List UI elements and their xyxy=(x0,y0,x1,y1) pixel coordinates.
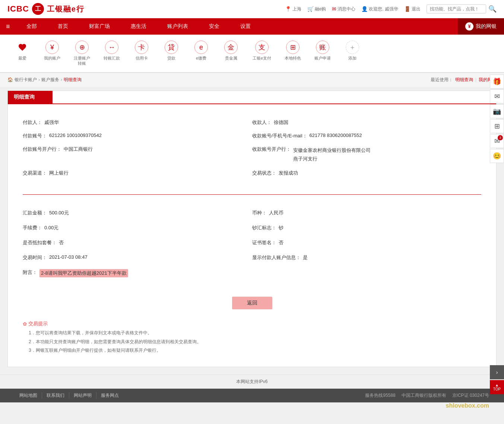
tips-title: ✿ 交易提示 xyxy=(23,321,481,327)
channel-label: 交易渠道： xyxy=(23,170,47,176)
quick-item-loan[interactable]: 貸 贷款 xyxy=(156,38,186,63)
payer-payee-row: 付款人： 戚强华 收款人： 徐德国 xyxy=(23,119,481,126)
sidebar-msg-btn[interactable]: ✉ 3 xyxy=(490,134,504,148)
quick-item-local[interactable]: ⊞ 本地特色 xyxy=(278,38,308,63)
sidebar-gift-btn[interactable]: 🎁 xyxy=(490,74,504,89)
quick-item-gold[interactable]: 金 贵金属 xyxy=(216,38,246,63)
quick-register-label: 注册账户转账 xyxy=(74,55,90,66)
search-button[interactable]: 🔍 xyxy=(488,5,497,13)
quick-item-register[interactable]: ⊕ 注册账户转账 xyxy=(67,38,97,68)
sidebar-camera-btn[interactable]: 📷 xyxy=(490,104,504,118)
cart-item[interactable]: 🛒 融e购 xyxy=(307,6,326,12)
nav-item-settings[interactable]: 设置 xyxy=(230,18,261,35)
nav-item-accounts[interactable]: 账户列表 xyxy=(157,18,199,35)
banks-row: 付款账号开户行： 中国工商银行 收款账号开户行： 安徽金寨农村商业银行股份有限公… xyxy=(23,146,481,163)
recent-link-detail[interactable]: 明细查询 xyxy=(455,77,473,83)
quick-item-fav[interactable]: 最爱 xyxy=(7,38,37,63)
nav-item-all[interactable]: 全部 xyxy=(16,18,47,35)
quick-item-apply[interactable]: 账 账户申请 xyxy=(308,38,337,63)
payee-account-value: 621778 8306200087552 xyxy=(310,133,362,138)
location-item[interactable]: 📍 上海 xyxy=(285,6,301,12)
remark-label: 附言： xyxy=(23,269,37,276)
footer-ipv6: 本网站支持IPv6 xyxy=(0,374,504,389)
detail-content: 付款人： 戚强华 收款人： 徐德国 付款账号： 621226 100100937… xyxy=(8,104,496,367)
nav-item-mybank[interactable]: ¥ 我的网银 xyxy=(458,18,504,35)
main-nav: ≡ 全部 首页 财富广场 惠生活 账户列表 安全 设置 ¥ 我的网银 xyxy=(0,18,504,35)
payee-label: 收款人： xyxy=(252,119,272,126)
channel-value: 网上银行 xyxy=(49,170,69,176)
scroll-top-btn[interactable]: ▲ TOP xyxy=(490,380,504,394)
nav-menu-icon[interactable]: ≡ xyxy=(0,23,16,31)
msg-item[interactable]: ✉ 消息中心 xyxy=(332,6,355,12)
payment-icon: 支 xyxy=(255,41,269,54)
quick-item-epay[interactable]: e e缴费 xyxy=(186,38,216,63)
exit-item[interactable]: 🚪 退出 xyxy=(404,6,421,12)
remark-row: 附言： 2-8请叫我甲乙资助你超越2021下半年款 xyxy=(23,269,481,277)
add-icon: ＋ xyxy=(346,41,359,54)
cert-label: 证书签名： xyxy=(252,239,276,246)
user-item[interactable]: 👤 欢迎您, 戚强华 xyxy=(361,6,398,12)
payer-account-label: 付款账号： xyxy=(23,133,47,139)
recent-use: 最近使用： 明细查询 | 我的网银 xyxy=(431,77,497,83)
logo-circle: 工 xyxy=(32,3,44,15)
remark-col: 附言： 2-8请叫我甲乙资助你超越2021下半年款 xyxy=(23,269,252,277)
nav-item-security[interactable]: 安全 xyxy=(199,18,230,35)
footer-icp: 京ICP证 030247号 xyxy=(452,392,489,399)
right-sidebar: 🎁 ✉ 📷 ⊞ ✉ 3 😊 xyxy=(490,74,504,163)
footer-link-disclaimer[interactable]: 网站声明 xyxy=(69,392,96,399)
card-header-bar: 明细查询 xyxy=(8,91,496,104)
channel-status-row: 交易渠道： 网上银行 交易状态： 发报成功 xyxy=(23,170,481,176)
breadcrumb-link-bank[interactable]: 银行卡账户 xyxy=(15,77,37,83)
deduct-label: 是否抵扣套餐： xyxy=(23,239,57,246)
sidebar-scan-btn[interactable]: ⊞ xyxy=(490,119,504,133)
breadcrumb-link-service[interactable]: 账户服务 xyxy=(41,77,59,83)
mybank-label: 我的网银 xyxy=(476,23,497,30)
footer-top-buttons: › ▲ TOP xyxy=(490,365,504,394)
quick-item-transfer[interactable]: ↔ 转账汇款 xyxy=(97,38,127,63)
header: ICBC 工 工银融e行 📍 上海 🛒 融e购 ✉ 消息中心 👤 欢迎您, 戚强… xyxy=(0,0,504,18)
payer-account-col: 付款账号： 621226 1001009370542 xyxy=(23,133,252,139)
quick-payment-label: 工银e支付 xyxy=(253,55,271,61)
wallet-icon: ¥ xyxy=(465,22,473,31)
amount-label: 汇款金额： xyxy=(23,210,47,216)
return-button[interactable]: 返回 xyxy=(232,297,272,309)
quick-item-add[interactable]: ＋ 添加 xyxy=(337,38,367,63)
detail-section-1: 付款人： 戚强华 收款人： 徐德国 付款账号： 621226 100100937… xyxy=(23,112,481,191)
search-input[interactable] xyxy=(427,4,486,13)
sidebar-send-btn[interactable]: ✉ xyxy=(490,89,504,103)
footer-link-sitemap[interactable]: 网站地图 xyxy=(15,392,42,399)
location-icon: 📍 xyxy=(285,6,291,12)
cart-label: 融e购 xyxy=(315,6,326,12)
quick-item-payment[interactable]: 支 工银e支付 xyxy=(246,38,278,63)
cert-col: 证书签名： 否 xyxy=(252,239,482,246)
quick-item-myaccount[interactable]: ¥ 我的账户 xyxy=(37,38,67,63)
footer-link-outlets[interactable]: 服务网点 xyxy=(96,392,123,399)
show-payer-value: 是 xyxy=(303,254,308,261)
ipv6-text: 本网站支持IPv6 xyxy=(236,379,267,384)
quick-item-creditcard[interactable]: 卡 信用卡 xyxy=(127,38,156,63)
payer-bank-label: 付款账号开户行： xyxy=(23,146,61,153)
quick-gold-label: 贵金属 xyxy=(225,55,237,61)
nav-item-home[interactable]: 首页 xyxy=(47,18,79,35)
breadcrumb-bar: 🏠 银行卡账户 › 账户服务 › 明细查询 最近使用： 明细查询 | 我的网银 xyxy=(0,73,504,87)
nav-item-life[interactable]: 惠生活 xyxy=(120,18,157,35)
time-col: 交易时间： 2021-07-03 08:47 xyxy=(23,254,252,261)
nav-item-wealth[interactable]: 财富广场 xyxy=(79,18,120,35)
local-icon: ⊞ xyxy=(286,41,299,54)
gold-icon: 金 xyxy=(224,41,238,54)
scroll-right-btn[interactable]: › xyxy=(490,365,504,379)
footer-link-contact[interactable]: 联系我们 xyxy=(42,392,69,399)
quick-transfer-label: 转账汇款 xyxy=(104,55,120,61)
sidebar-face-btn[interactable]: 😊 xyxy=(490,149,504,163)
currency-value: 人民币 xyxy=(269,210,283,216)
tip-item-2: 2．本功能只支持查询账户明细，如您需要查询具体交易的明细信息请到相关交易查询。 xyxy=(29,338,481,345)
fee-note-row: 手续费： 0.00元 钞汇标志： 钞 xyxy=(23,224,481,231)
deduct-value: 否 xyxy=(59,239,64,246)
status-value: 发报成功 xyxy=(279,170,298,176)
footer-nav: 网站地图 联系我们 网站声明 服务网点 服务热线95588 中国工商银行版权所有… xyxy=(0,389,504,402)
trade-tips: ✿ 交易提示 1．您可以将查询结果下载，并保存到文本或电子表格文件中。 2．本功… xyxy=(23,317,481,354)
payee-bank-col: 收款账号开户行： 安徽金寨农村商业银行股份有限公司燕子河支行 xyxy=(252,146,482,163)
sun-icon: ✿ xyxy=(23,321,27,327)
payer-label: 付款人： xyxy=(23,119,42,126)
quick-epay-label: e缴费 xyxy=(196,55,206,61)
